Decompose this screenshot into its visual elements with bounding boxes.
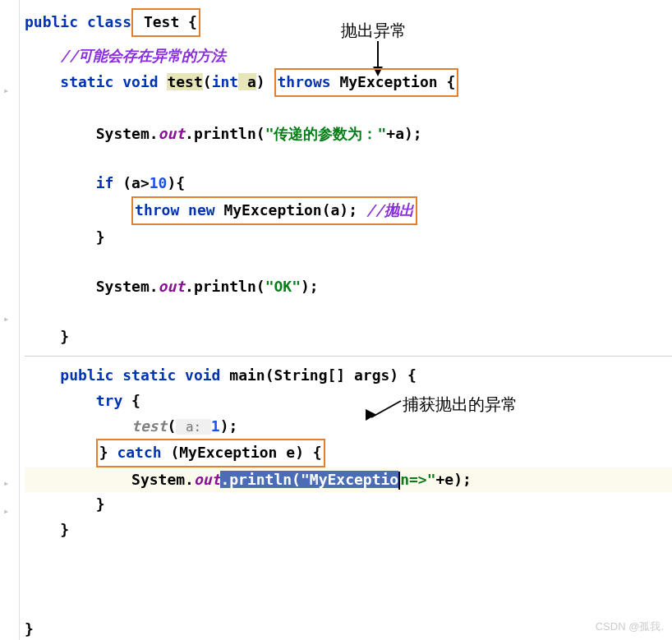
code-line[interactable]: public static void main(String[] args) { — [25, 363, 672, 389]
code-line[interactable]: } — [25, 492, 672, 518]
param-hint: a: — [176, 419, 211, 435]
code-line[interactable]: if (a>10){ — [25, 171, 672, 196]
code-line[interactable]: //可能会存在异常的方法 — [25, 44, 672, 69]
code-line-current[interactable]: System.out.println("MyException=>"+e); — [25, 467, 672, 493]
highlight-box: } catch (MyException e) { — [96, 439, 325, 467]
code-line[interactable]: try { — [25, 389, 672, 414]
code-editor[interactable]: 抛出异常 捕获抛出的异常 public class Test { //可能会存在… — [0, 0, 672, 640]
highlight-box: Test { — [131, 8, 200, 37]
text-selection: .println("MyExceptio — [220, 471, 398, 488]
highlight-box: throws MyException { — [274, 68, 459, 97]
code-line[interactable]: } catch (MyException e) { — [25, 439, 672, 467]
code-line[interactable]: } — [25, 617, 672, 641]
code-line[interactable]: public class Test { — [25, 8, 672, 37]
watermark: CSDN @孤我. — [596, 618, 664, 636]
code-line[interactable]: } — [25, 325, 672, 350]
method-divider — [25, 356, 672, 357]
highlight-box: throw new MyException(a); //抛出 — [131, 196, 417, 225]
code-line[interactable]: System.out.println("传递的参数为："+a); — [25, 122, 672, 147]
code-line[interactable]: System.out.println("OK"); — [25, 274, 672, 300]
code-line[interactable]: throw new MyException(a); //抛出 — [25, 196, 672, 225]
code-line[interactable]: test( a: 1); — [25, 414, 672, 440]
code-line[interactable]: } — [25, 225, 672, 251]
code-line[interactable]: } — [25, 518, 672, 543]
code-line[interactable]: static void test(int a) throws MyExcepti… — [25, 68, 672, 97]
